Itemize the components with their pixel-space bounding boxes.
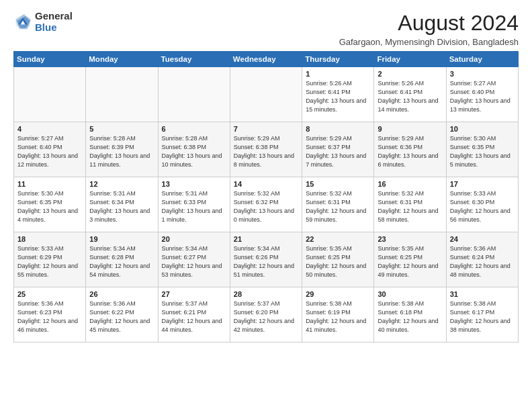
week-row-2: 11Sunrise: 5:30 AM Sunset: 6:35 PM Dayli… [14, 177, 519, 232]
page-header: General Blue August 2024 Gafargaon, Myme… [13, 11, 519, 47]
day-info: Sunrise: 5:26 AM Sunset: 6:41 PM Dayligh… [378, 79, 442, 114]
day-info: Sunrise: 5:26 AM Sunset: 6:41 PM Dayligh… [306, 79, 370, 114]
day-number: 14 [234, 180, 298, 188]
day-info: Sunrise: 5:29 AM Sunset: 6:38 PM Dayligh… [234, 134, 298, 169]
day-number: 19 [89, 235, 154, 243]
logo-text: General Blue [35, 11, 73, 33]
calendar-table: SundayMondayTuesdayWednesdayThursdayFrid… [13, 51, 519, 342]
day-cell: 31Sunrise: 5:38 AM Sunset: 6:17 PM Dayli… [446, 287, 518, 342]
day-cell: 12Sunrise: 5:31 AM Sunset: 6:34 PM Dayli… [86, 177, 158, 232]
day-info: Sunrise: 5:34 AM Sunset: 6:28 PM Dayligh… [89, 244, 154, 279]
week-row-4: 25Sunrise: 5:36 AM Sunset: 6:23 PM Dayli… [14, 287, 519, 342]
day-number: 29 [306, 290, 370, 298]
day-number: 1 [306, 70, 370, 78]
day-info: Sunrise: 5:38 AM Sunset: 6:18 PM Dayligh… [378, 300, 442, 334]
day-number: 13 [162, 180, 226, 188]
day-cell: 26Sunrise: 5:36 AM Sunset: 6:22 PM Dayli… [86, 287, 158, 342]
day-cell [86, 67, 158, 122]
day-cell: 19Sunrise: 5:34 AM Sunset: 6:28 PM Dayli… [86, 232, 158, 287]
day-number: 26 [89, 290, 154, 298]
day-number: 15 [306, 180, 370, 188]
day-info: Sunrise: 5:31 AM Sunset: 6:34 PM Dayligh… [89, 189, 154, 224]
day-number: 30 [378, 290, 442, 298]
day-number: 18 [17, 235, 82, 243]
day-info: Sunrise: 5:30 AM Sunset: 6:35 PM Dayligh… [17, 189, 82, 224]
header-sunday: Sunday [14, 52, 86, 67]
day-cell: 20Sunrise: 5:34 AM Sunset: 6:27 PM Dayli… [158, 232, 230, 287]
day-info: Sunrise: 5:32 AM Sunset: 6:31 PM Dayligh… [306, 189, 370, 224]
header-thursday: Thursday [302, 52, 374, 67]
day-info: Sunrise: 5:36 AM Sunset: 6:24 PM Dayligh… [450, 244, 515, 279]
day-cell: 7Sunrise: 5:29 AM Sunset: 6:38 PM Daylig… [230, 122, 302, 177]
day-cell: 9Sunrise: 5:29 AM Sunset: 6:36 PM Daylig… [374, 122, 446, 177]
day-number: 2 [378, 70, 442, 78]
day-cell [14, 67, 86, 122]
day-info: Sunrise: 5:31 AM Sunset: 6:33 PM Dayligh… [162, 189, 226, 224]
day-cell: 8Sunrise: 5:29 AM Sunset: 6:37 PM Daylig… [302, 122, 374, 177]
day-info: Sunrise: 5:29 AM Sunset: 6:36 PM Dayligh… [378, 134, 442, 169]
day-info: Sunrise: 5:27 AM Sunset: 6:40 PM Dayligh… [17, 134, 82, 169]
day-number: 10 [450, 125, 515, 133]
day-number: 6 [162, 125, 226, 133]
day-cell: 5Sunrise: 5:28 AM Sunset: 6:39 PM Daylig… [86, 122, 158, 177]
day-number: 11 [17, 180, 82, 188]
day-cell: 15Sunrise: 5:32 AM Sunset: 6:31 PM Dayli… [302, 177, 374, 232]
day-info: Sunrise: 5:29 AM Sunset: 6:37 PM Dayligh… [306, 134, 370, 169]
day-info: Sunrise: 5:32 AM Sunset: 6:32 PM Dayligh… [234, 189, 298, 224]
day-number: 21 [234, 235, 298, 243]
day-number: 31 [450, 290, 515, 298]
day-cell: 14Sunrise: 5:32 AM Sunset: 6:32 PM Dayli… [230, 177, 302, 232]
day-number: 24 [450, 235, 515, 243]
day-number: 20 [162, 235, 226, 243]
week-row-3: 18Sunrise: 5:33 AM Sunset: 6:29 PM Dayli… [14, 232, 519, 287]
day-info: Sunrise: 5:37 AM Sunset: 6:20 PM Dayligh… [234, 300, 298, 334]
day-cell: 21Sunrise: 5:34 AM Sunset: 6:26 PM Dayli… [230, 232, 302, 287]
header-saturday: Saturday [446, 52, 518, 67]
day-info: Sunrise: 5:32 AM Sunset: 6:31 PM Dayligh… [378, 189, 442, 224]
day-info: Sunrise: 5:34 AM Sunset: 6:27 PM Dayligh… [162, 244, 226, 279]
day-number: 17 [450, 180, 515, 188]
day-number: 5 [89, 125, 154, 133]
header-friday: Friday [374, 52, 446, 67]
day-cell [230, 67, 302, 122]
day-info: Sunrise: 5:37 AM Sunset: 6:21 PM Dayligh… [162, 300, 226, 334]
day-number: 25 [17, 290, 82, 298]
day-cell: 30Sunrise: 5:38 AM Sunset: 6:18 PM Dayli… [374, 287, 446, 342]
day-info: Sunrise: 5:33 AM Sunset: 6:30 PM Dayligh… [450, 189, 515, 224]
calendar-title: August 2024 [339, 11, 519, 36]
header-wednesday: Wednesday [230, 52, 302, 67]
day-cell: 1Sunrise: 5:26 AM Sunset: 6:41 PM Daylig… [302, 67, 374, 122]
day-number: 3 [450, 70, 515, 78]
day-cell [158, 67, 230, 122]
day-cell: 25Sunrise: 5:36 AM Sunset: 6:23 PM Dayli… [14, 287, 86, 342]
day-info: Sunrise: 5:34 AM Sunset: 6:26 PM Dayligh… [234, 244, 298, 279]
day-cell: 23Sunrise: 5:35 AM Sunset: 6:25 PM Dayli… [374, 232, 446, 287]
day-info: Sunrise: 5:35 AM Sunset: 6:25 PM Dayligh… [378, 244, 442, 279]
day-number: 23 [378, 235, 442, 243]
day-cell: 22Sunrise: 5:35 AM Sunset: 6:25 PM Dayli… [302, 232, 374, 287]
day-cell: 4Sunrise: 5:27 AM Sunset: 6:40 PM Daylig… [14, 122, 86, 177]
week-row-0: 1Sunrise: 5:26 AM Sunset: 6:41 PM Daylig… [14, 67, 519, 122]
day-cell: 27Sunrise: 5:37 AM Sunset: 6:21 PM Dayli… [158, 287, 230, 342]
logo-blue: Blue [35, 22, 73, 34]
day-cell: 16Sunrise: 5:32 AM Sunset: 6:31 PM Dayli… [374, 177, 446, 232]
day-info: Sunrise: 5:28 AM Sunset: 6:39 PM Dayligh… [89, 134, 154, 169]
day-number: 28 [234, 290, 298, 298]
calendar-body: 1Sunrise: 5:26 AM Sunset: 6:41 PM Daylig… [14, 67, 519, 342]
logo: General Blue [13, 11, 73, 33]
day-cell: 24Sunrise: 5:36 AM Sunset: 6:24 PM Dayli… [446, 232, 518, 287]
day-info: Sunrise: 5:38 AM Sunset: 6:17 PM Dayligh… [450, 300, 515, 334]
day-info: Sunrise: 5:28 AM Sunset: 6:38 PM Dayligh… [162, 134, 226, 169]
day-number: 22 [306, 235, 370, 243]
logo-general: General [35, 11, 73, 22]
logo-icon [13, 13, 32, 32]
day-cell: 28Sunrise: 5:37 AM Sunset: 6:20 PM Dayli… [230, 287, 302, 342]
day-info: Sunrise: 5:36 AM Sunset: 6:23 PM Dayligh… [17, 300, 82, 334]
day-number: 9 [378, 125, 442, 133]
day-cell: 13Sunrise: 5:31 AM Sunset: 6:33 PM Dayli… [158, 177, 230, 232]
day-info: Sunrise: 5:30 AM Sunset: 6:35 PM Dayligh… [450, 134, 515, 169]
day-number: 8 [306, 125, 370, 133]
day-info: Sunrise: 5:38 AM Sunset: 6:19 PM Dayligh… [306, 300, 370, 334]
day-number: 27 [162, 290, 226, 298]
day-info: Sunrise: 5:35 AM Sunset: 6:25 PM Dayligh… [306, 244, 370, 279]
